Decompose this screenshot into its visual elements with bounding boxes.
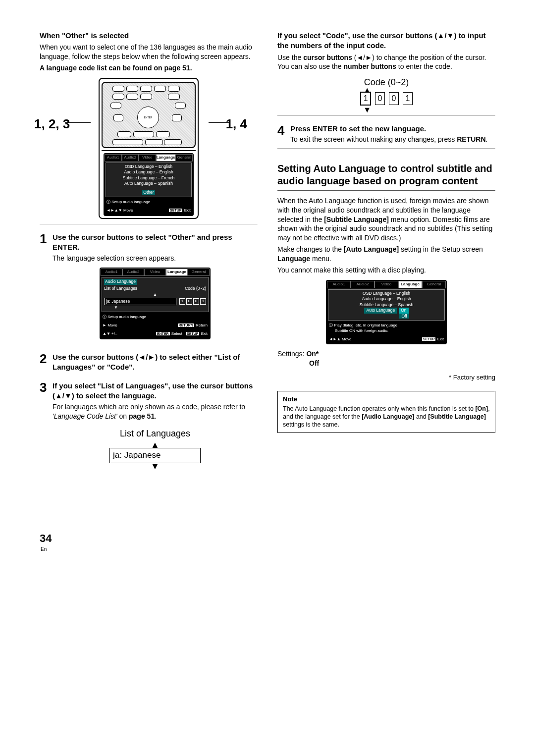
remote-button [126,94,138,100]
note-title: Note [283,395,490,404]
osd-move: Move [342,337,352,341]
callout-line [65,122,91,123]
osd-footer: ⓘ Play dialog, etc. in original language… [327,322,446,335]
heading-auto-language: Setting Auto Language to control subtitl… [277,162,495,187]
osd-section: Audio Language [104,279,137,284]
remote-button [110,103,121,108]
remote-button [175,103,186,108]
divider [40,224,258,224]
tab: Audio2 [351,281,374,288]
osd-line: Audio Language – English [108,169,189,175]
code-digit: 0 [193,298,199,305]
osd-footer-actions: ► Move RETURN Return [101,322,210,330]
setup-badge: SETUP [169,209,182,212]
osd-line: Subtitle Language – French [108,175,189,181]
osd-info: Setup audio language [107,315,146,319]
code-list-note: A language code list can be found on pag… [40,63,258,73]
text: Use the [277,54,303,61]
remote-button [145,139,163,145]
osd-line-highlight: Auto Language [364,308,397,313]
osd-info: Setup audio language [111,200,150,204]
setup-badge: SETUP [186,332,199,335]
step-text: For languages which are only shown as a … [53,402,258,421]
arrow-down-icon: ▼ [53,463,258,470]
remote-button [156,131,170,137]
osd-line: OSD Language – English [108,164,189,169]
heading-code-select: If you select "Code", use the cursor but… [277,31,495,51]
settings-label: Settings: [277,350,306,358]
osd-footer-actions: ◄►▲ Move SETUP Exit [327,335,446,344]
osd-info: Play dialog, etc. in original language [334,323,397,327]
setup-badge: SETUP [422,337,435,341]
figure-label: Code (0~2) [277,76,495,88]
arrow-down-icon: ▼ [363,105,371,115]
step-number: 4 [277,124,290,137]
divider [277,115,495,116]
remote-enter-dpad: ENTER [137,107,159,128]
osd-plusminus: +/– [111,331,117,336]
step-3: 3 If you select "List of Languages", use… [40,381,258,470]
option-off: Off [399,314,409,319]
return-badge: RETURN [178,324,194,327]
factory-setting-note: * Factory setting [277,373,495,382]
tab: Audio1 [327,281,351,288]
osd-body: OSD Language – English Audio Language – … [328,289,445,321]
text-bold: RETURN [457,135,485,143]
osd-body: Audio Language List of Languages Code (0… [102,277,209,312]
tab: General [422,281,446,288]
remote-button [140,94,152,100]
code-digit: 1 [179,298,185,305]
language-field: ja: Japanese [104,298,176,305]
remote-button [126,86,138,92]
page-footer: 34 En [40,531,495,552]
step-number: 3 [40,381,53,394]
text-bold: Language [277,255,310,263]
remote-button [154,86,166,92]
text-bold: [Subtitle Language] [324,216,389,223]
list-of-languages-figure: List of Languages ▲ ja: Japanese ▼ [53,428,258,469]
text-bold: page 51 [129,412,155,420]
osd-exit: Exit [437,337,444,341]
code-instruction: Use the cursor buttons (◄/►) to change t… [277,53,495,72]
figure-label: List of Languages [53,428,258,439]
option-on: On [399,308,408,313]
text: . [486,135,488,143]
text: . [155,412,157,420]
osd-auto-language: Audio1 Audio2 Video Language General OSD… [326,280,447,345]
tab: General [175,154,193,162]
osd-tabs: Audio1 Audio2 Video Language General [327,281,446,288]
code-digit: 0 [375,92,385,105]
text: setting in the Setup screen [399,245,483,253]
arrow-up-icon: ▲ [363,85,371,96]
osd-exit: Exit [201,331,208,336]
remote-button [168,94,180,100]
step-2: 2 Use the cursor buttons (◄/►) to select… [40,352,258,374]
remote-button [172,114,182,121]
osd-menu-body: OSD Language – English Audio Language – … [106,162,192,198]
remote-button [168,86,180,92]
remote-button [112,139,143,145]
remote-button [133,131,154,137]
step-title: If you select "List of Languages", use t… [53,381,258,401]
text: The Auto Language function operates only… [283,405,475,412]
text-bold: [Audio Language] [362,413,414,420]
step-title: Use the cursor buttons to select "Other"… [53,232,258,253]
text: To exit the screen without making any ch… [290,135,457,143]
heavy-rule [277,190,495,191]
text: menu. [310,255,331,263]
osd-exit: Exit [184,208,191,213]
step-number: 2 [40,352,53,365]
tab-active: Language [166,269,188,276]
tab: Audio2 [122,154,139,162]
text-bold: cursor buttons [303,54,352,61]
setting-off: Off [309,359,319,367]
text-bold: [Auto Language] [344,245,399,253]
remote-pad: ENTER [102,82,196,148]
text-italic: 'Language Code List' [53,412,117,420]
osd-info: Subtitle ON with foreign audio. [329,328,388,334]
note-text: The Auto Language function operates only… [283,405,490,429]
list-of-languages-label: List of Languages [104,286,137,291]
code-label: Code (0~2) [185,286,206,291]
code-digit: 1 [200,298,206,305]
tab: Audio2 [122,269,144,276]
